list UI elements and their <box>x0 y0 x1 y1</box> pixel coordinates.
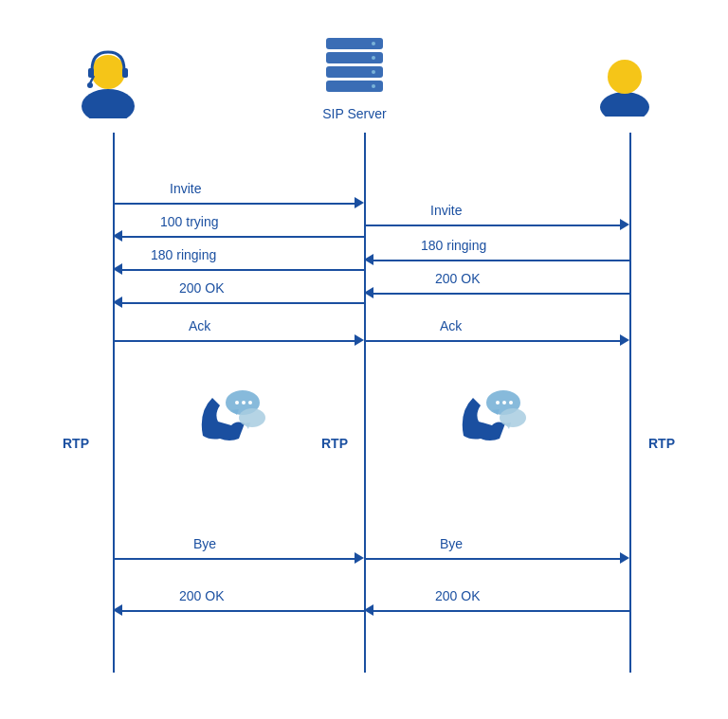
arrow-ok2: 200 OK <box>364 284 629 303</box>
callee-icon <box>592 45 658 117</box>
arrow-ok3: 200 OK <box>113 602 364 620</box>
caller-icon <box>75 38 141 118</box>
arrow-ack1: Ack <box>113 332 364 351</box>
svg-point-11 <box>372 70 375 74</box>
arrow-ack1-label: Ack <box>189 318 210 333</box>
svg-point-0 <box>82 89 135 118</box>
arrow-ok4: 200 OK <box>364 602 629 620</box>
arrow-invite1: Invite <box>113 194 364 213</box>
arrow-ringing2: 180 ringing <box>364 251 629 270</box>
arrow-ringing2-label: 180 ringing <box>421 238 486 253</box>
rtp-label-center: RTP <box>321 436 348 451</box>
svg-point-9 <box>372 42 375 45</box>
svg-rect-3 <box>122 68 128 78</box>
arrow-trying: 100 trying <box>113 227 364 246</box>
server-vline <box>364 133 366 673</box>
arrow-trying-label: 100 trying <box>160 214 218 229</box>
svg-point-17 <box>239 408 265 427</box>
arrow-invite2-label: Invite <box>430 203 462 218</box>
arrow-bye2-label: Bye <box>440 536 463 551</box>
caller-vline <box>113 133 115 673</box>
rtp-label-right: RTP <box>648 436 675 451</box>
call-icon-right <box>445 374 530 463</box>
svg-point-24 <box>500 408 526 427</box>
arrow-ack2-label: Ack <box>440 318 462 333</box>
svg-point-27 <box>502 401 506 404</box>
arrow-ack2: Ack <box>364 332 629 351</box>
arrow-ok1: 200 OK <box>113 294 364 313</box>
svg-point-19 <box>235 401 239 404</box>
svg-point-26 <box>496 401 500 404</box>
svg-point-14 <box>608 60 642 94</box>
svg-point-12 <box>372 84 375 88</box>
arrow-bye1: Bye <box>113 549 364 568</box>
arrow-bye2: Bye <box>364 549 629 568</box>
svg-point-21 <box>248 401 252 404</box>
svg-point-28 <box>509 401 513 404</box>
svg-point-20 <box>242 401 246 404</box>
sip-server-icon: SIP Server <box>317 33 392 121</box>
callee-vline <box>629 133 631 673</box>
arrow-ringing1: 180 ringing <box>113 261 364 279</box>
arrow-ok2-label: 200 OK <box>435 271 480 286</box>
arrow-invite2: Invite <box>364 216 629 235</box>
arrow-invite1-label: Invite <box>170 181 201 196</box>
sip-diagram: SIP Server Invite 100 trying Invite 180 … <box>23 19 705 701</box>
arrow-ok1-label: 200 OK <box>179 280 224 296</box>
rtp-label-left: RTP <box>63 436 89 451</box>
svg-point-1 <box>91 55 125 89</box>
arrow-ok3-label: 200 OK <box>179 588 224 603</box>
svg-point-4 <box>87 82 93 88</box>
svg-point-10 <box>372 56 375 60</box>
arrow-ok4-label: 200 OK <box>435 588 480 603</box>
arrow-bye1-label: Bye <box>193 536 216 551</box>
call-icon-left <box>184 374 269 463</box>
arrow-ringing1-label: 180 ringing <box>151 247 216 262</box>
sip-server-label: SIP Server <box>322 106 386 121</box>
svg-point-13 <box>600 92 649 117</box>
